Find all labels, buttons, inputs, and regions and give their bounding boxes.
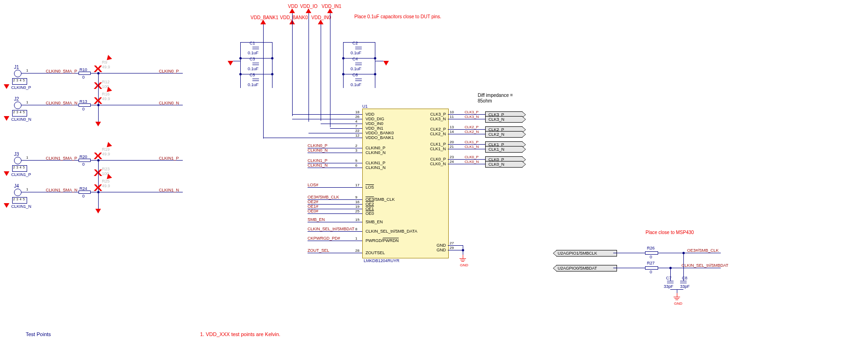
pin-stub [354,138,362,138]
net-label: CLK3_P [465,110,479,114]
port-u2agpio0: U2AGPIO0/SMBDAT [556,265,617,271]
gnd-icon [4,84,9,89]
junction-icon [97,104,100,106]
pin-num: 9 [355,195,357,199]
sma-icon [14,189,22,196]
pin-num: 2 [355,144,357,148]
port-u2agpio1: U2AGPIO1/SMBCLK [556,250,617,257]
pin-stub [354,153,362,153]
wire [343,74,375,74]
junction-icon [374,73,376,75]
pin-name: OE1 [366,206,374,211]
junction-icon [342,57,344,59]
refdes-r9: R9 [102,60,108,65]
net-label: CLKIN0_N [308,148,328,153]
wire [308,241,354,241]
net-label: CLK1_P [465,140,479,144]
power-arrow-icon [289,8,295,13]
refdes-c2: C2 [352,41,358,45]
wire [263,24,264,139]
wire [292,119,354,119]
wire [308,187,354,188]
res-r20 [79,159,91,162]
pin-name: VDDO_BANK1 [366,135,394,140]
net-label: CLKIN0_SMA_N [46,101,78,105]
pin-stub [354,187,362,188]
net-label: CLKIN0_P [159,69,179,73]
pin-name: GND [437,248,446,252]
pin-stub [354,231,362,232]
note-msp: Place close to MSP430 [646,230,694,235]
junction-icon [462,249,464,251]
pin-num: 10 [450,110,454,114]
ic-partno: LMKDB1204RUYR [364,258,400,263]
port-label: U2AGPIO0/SMBDAT [558,266,597,271]
refdes-j2: J2 [14,96,19,102]
pin-num: 26 [355,115,359,119]
capval-c3: 0.1uF [248,66,258,71]
port-label: CLK1_N [488,147,504,152]
pin-num: 20 [450,140,454,144]
pin-stub [354,253,362,253]
net-label: CLKIN1_N [308,163,328,168]
pin-num: 16 [355,200,359,204]
junction-icon [239,57,242,59]
cap-icon [667,281,674,281]
wire [272,42,273,88]
pin-name: CLK0_N [430,161,446,166]
net-oe3-right: OE3#/SMB_CLK [687,248,719,253]
junction-icon [97,191,100,193]
wire [375,61,383,61]
port-clk1n: CLK1_N [485,146,523,153]
junction-icon [97,72,100,74]
pin-num: 5 [23,110,25,114]
note-diff2: 85ohm [478,98,492,103]
wire [321,24,321,121]
pin-num: 4 [20,79,22,82]
port-clk0n: CLK0_N [485,161,523,168]
pin-num: 3 [16,110,18,114]
pin-num: 12 [355,133,359,138]
wire [343,42,344,88]
resval-r13: 0 [82,107,85,111]
cap-icon [252,65,259,65]
pin-name: CLKIN0_P [366,146,386,150]
wire [343,58,375,59]
refdes-j3: J3 [14,152,19,157]
pin-num: 17 [355,183,359,187]
pin-num: 13 [450,125,454,129]
cap-icon [355,65,362,65]
refdes-c4: C4 [352,57,358,61]
pin-num: 15 [355,218,359,222]
wire [448,119,485,119]
pin-name: OE3/SMB_CLK [366,197,395,202]
gnd-icon [383,61,389,66]
junction-icon [374,57,376,59]
wire [240,74,272,74]
pin-num: 1 [26,68,28,73]
pin-name: VDD_IN1 [366,126,383,131]
wire [613,253,721,253]
power-arrow-icon [306,8,311,13]
pin-num: 19 [355,205,359,209]
wire [98,105,99,122]
net-label: CLKIN1_SMA_P [46,156,77,161]
pin-num: 22 [355,129,359,133]
net-label: OE1# [308,204,318,209]
cap-icon [252,49,259,49]
wire [321,124,354,124]
net-label: CLKIN1_N [159,188,179,192]
refdes-c3: C3 [250,57,255,61]
pin-name: CLKIN0_N [366,150,386,155]
resval-r26: 0 [650,255,652,259]
gnd-label: GND [460,263,468,267]
pin-num: 25 [355,209,359,213]
cap-icon [680,283,687,283]
pin-num: 5 [23,79,25,82]
capval-c4: 0.1uF [351,66,361,71]
pin-name: VDD_DIG [366,117,384,121]
power-arrow-icon [318,20,323,24]
gnd-icon [4,171,9,176]
pin-stub [354,241,362,241]
pin-name: CLK2_N [430,132,446,136]
